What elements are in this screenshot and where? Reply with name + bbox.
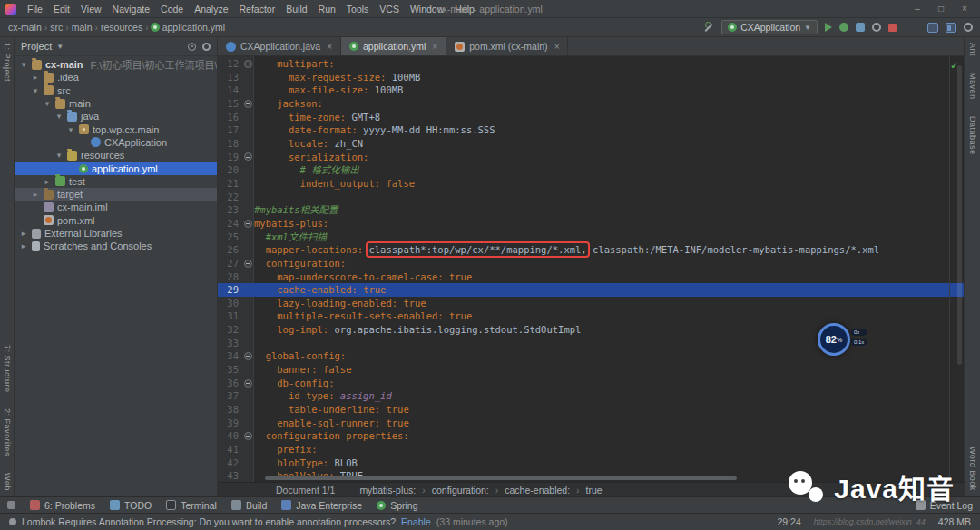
fold-icon[interactable]	[244, 352, 252, 360]
code-line-28[interactable]: 28 map-underscore-to-camel-case: true	[218, 270, 964, 284]
tab-cxapplication-java[interactable]: CXApplication.java×	[218, 37, 341, 55]
tool-window-button-terminal[interactable]: Terminal	[166, 500, 217, 511]
close-icon[interactable]: ×	[327, 42, 332, 52]
chevron-right-icon[interactable]: ▸	[31, 73, 40, 82]
tool-window-switcher-icon[interactable]	[7, 501, 15, 509]
debug-button[interactable]	[839, 23, 848, 32]
code-line-16[interactable]: 16 time-zone: GMT+8	[218, 111, 964, 124]
chevron-down-icon[interactable]: ▾	[19, 60, 28, 69]
tab-pom-xml-cx-main[interactable]: pom.xml (cx-main)×	[446, 37, 568, 55]
run-config-dropdown[interactable]: CXApplication ▼	[721, 20, 818, 34]
caret-position[interactable]: 29:24	[777, 516, 800, 527]
panel-settings-icon[interactable]	[202, 43, 211, 51]
code-line-27[interactable]: 27 configuration:	[218, 257, 964, 270]
tool-stripe-button-word-book[interactable]: Word Book	[968, 447, 977, 491]
locate-file-icon[interactable]	[188, 43, 196, 51]
tool-window-button-todo[interactable]: TODO	[110, 500, 152, 511]
code-line-21[interactable]: 21 indent_output: false	[218, 177, 964, 191]
tree-item-src[interactable]: ▾src	[15, 84, 217, 97]
chevron-down-icon[interactable]: ▾	[31, 86, 40, 95]
chevron-right-icon[interactable]: ▸	[43, 177, 52, 186]
tree-item-java[interactable]: ▾java	[15, 110, 217, 123]
enable-link[interactable]: Enable	[401, 516, 431, 527]
code-line-22[interactable]: 22	[218, 191, 964, 204]
tree-item-resources[interactable]: ▾resources	[15, 149, 217, 162]
menu-edit[interactable]: Edit	[48, 0, 75, 18]
breadcrumb-src[interactable]: src	[49, 22, 64, 33]
close-button[interactable]: ×	[953, 0, 976, 18]
chevron-down-icon[interactable]: ▾	[66, 125, 75, 134]
tool-window-button-spring[interactable]: Spring	[377, 500, 417, 511]
menu-analyze[interactable]: Analyze	[189, 0, 233, 18]
layout-icon[interactable]	[927, 23, 938, 33]
chevron-down-icon[interactable]: ▾	[54, 151, 64, 160]
fold-icon[interactable]	[244, 152, 252, 161]
code-line-25[interactable]: 25 #xml文件扫描	[218, 231, 964, 244]
tree-item-idea[interactable]: ▸.idea	[15, 71, 217, 83]
chevron-right-icon[interactable]: ▸	[31, 190, 40, 199]
code-line-31[interactable]: 31 multiple-result-sets-enabled: true	[218, 309, 964, 323]
tool-stripe-button-1-project[interactable]: 1: Project	[3, 43, 12, 82]
menu-run[interactable]: Run	[313, 0, 341, 18]
vertical-scrollbar[interactable]	[957, 65, 962, 365]
tools-wrench-icon[interactable]	[704, 23, 714, 33]
close-icon[interactable]: ×	[554, 42, 560, 52]
code-line-37[interactable]: 37 id-type: assign_id	[218, 389, 964, 403]
yaml-crumb-mybatis-plus[interactable]: mybatis-plus:	[358, 485, 416, 496]
code-line-19[interactable]: 19 serialization:	[218, 151, 964, 164]
fold-icon[interactable]	[244, 379, 252, 388]
code-line-29[interactable]: 29 cache-enabled: true	[218, 283, 964, 297]
menu-build[interactable]: Build	[280, 0, 312, 18]
cpu-monitor-widget[interactable]: 82%	[818, 323, 850, 356]
coverage-button[interactable]	[856, 23, 865, 32]
project-panel-header[interactable]: Project ▼	[15, 37, 217, 56]
preview-icon[interactable]	[946, 23, 956, 33]
menu-tools[interactable]: Tools	[341, 0, 375, 18]
code-line-41[interactable]: 41 prefix:	[218, 443, 964, 456]
tree-item-top-wp-cx-main[interactable]: ▾top.wp.cx.main	[15, 123, 217, 135]
code-line-18[interactable]: 18 locale: zh_CN	[218, 137, 964, 151]
menu-file[interactable]: File	[22, 0, 48, 18]
code-line-34[interactable]: 34 global-config:	[218, 349, 964, 363]
tool-stripe-button-ant[interactable]: Ant	[968, 43, 977, 56]
code-line-23[interactable]: 23#mybaits相关配置	[218, 203, 964, 217]
settings-gear-icon[interactable]	[964, 23, 973, 32]
stop-button[interactable]	[888, 24, 897, 32]
code-line-35[interactable]: 35 banner: false	[218, 363, 964, 377]
code-line-30[interactable]: 30 lazy-loading-enabled: true	[218, 297, 964, 310]
yaml-crumb-true[interactable]: true	[585, 485, 603, 496]
code-line-38[interactable]: 38 table-underline: true	[218, 403, 964, 417]
run-button[interactable]	[825, 23, 832, 32]
tool-window-button-6-problems[interactable]: 6: Problems	[30, 500, 95, 511]
menu-refactor[interactable]: Refactor	[234, 0, 281, 18]
yaml-crumb-cache-enabled[interactable]: cache-enabled:	[504, 485, 571, 496]
maximize-button[interactable]: □	[929, 0, 953, 18]
horizontal-scrollbar[interactable]	[265, 476, 737, 480]
tree-item-target[interactable]: ▸target	[15, 188, 217, 201]
code-line-24[interactable]: 24mybatis-plus:	[218, 217, 964, 231]
code-line-17[interactable]: 17 date-format: yyyy-MM-dd HH:mm:ss.SSS	[218, 123, 964, 137]
code-line-26[interactable]: 26 mapper-locations: classpath*:top/wp/c…	[218, 243, 964, 257]
fold-icon[interactable]	[244, 220, 252, 228]
tool-stripe-button-7-structure[interactable]: 7: Structure	[3, 345, 12, 393]
tool-stripe-button-maven[interactable]: Maven	[968, 73, 977, 100]
breadcrumb-cx-main[interactable]: cx-main	[7, 22, 43, 33]
menu-view[interactable]: View	[75, 0, 107, 18]
tool-stripe-button-2-favorites[interactable]: 2: Favorites	[3, 408, 12, 456]
tree-item-test[interactable]: ▸test	[15, 175, 217, 188]
chevron-down-icon[interactable]: ▾	[54, 112, 64, 121]
tree-item-cx-main[interactable]: ▾cx-mainF:\初心项目\初心工作流项目\cx-main	[15, 58, 217, 71]
chevron-down-icon[interactable]: ▾	[43, 99, 52, 108]
code-line-20[interactable]: 20 # 格式化输出	[218, 163, 964, 177]
minimize-button[interactable]: –	[906, 0, 929, 18]
tree-item-main[interactable]: ▾main	[15, 97, 217, 110]
close-icon[interactable]: ×	[432, 42, 437, 52]
menu-vcs[interactable]: VCS	[374, 0, 405, 18]
tree-item-application-yml[interactable]: application.yml	[15, 162, 217, 174]
chevron-right-icon[interactable]: ▸	[19, 241, 28, 250]
tree-item-scratches-and-consoles[interactable]: ▸Scratches and Consoles	[15, 240, 217, 252]
code-line-15[interactable]: 15 jackson:	[218, 97, 964, 111]
tool-stripe-button-database[interactable]: Database	[968, 116, 977, 155]
fold-icon[interactable]	[244, 100, 252, 108]
breadcrumb-main[interactable]: main	[71, 22, 93, 33]
